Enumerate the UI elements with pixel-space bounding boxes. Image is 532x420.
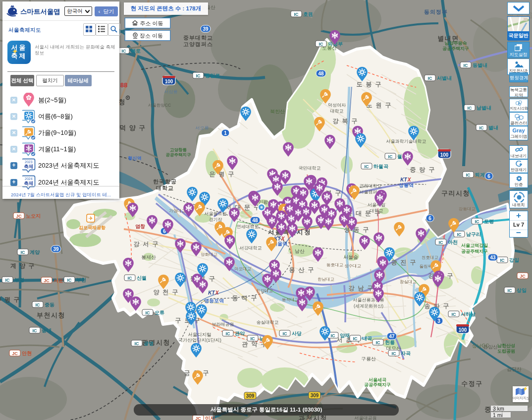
svg-text:IC: IC [464,63,469,68]
svg-text:IC: IC [479,125,484,130]
svg-text:47: 47 [389,334,395,339]
svg-text:JC: JC [44,278,50,283]
svg-text:서울디지털: 서울디지털 [188,332,212,337]
svg-text:상일: 상일 [517,288,527,293]
svg-text:덕성여자: 덕성여자 [328,103,346,108]
svg-text:강서구: 강서구 [134,240,162,247]
svg-text:공공주택지구: 공공주택지구 [442,46,469,51]
svg-text:경기장: 경기장 [209,217,222,222]
svg-text:영등포역: 영등포역 [204,298,224,303]
svg-text:성동구: 성동구 [344,226,372,233]
svg-text:한남대교: 한남대교 [318,277,334,282]
svg-text:100: 100 [459,327,467,333]
svg-text:IC: IC [36,302,41,307]
svg-text:김포국제공항: 김포국제공항 [79,225,106,230]
svg-text:✈: ✈ [88,215,93,221]
svg-text:동의정부: 동의정부 [424,9,448,15]
svg-text:IC: IC [508,288,513,293]
svg-text:한강대교: 한강대교 [256,288,273,293]
svg-text:경희대학교: 경희대학교 [360,183,382,188]
svg-text:88: 88 [120,81,127,89]
svg-text:IC: IC [128,276,133,281]
svg-text:남한산성: 남한산성 [497,343,515,348]
svg-text:IC: IC [457,232,462,237]
svg-text:43: 43 [490,255,496,260]
svg-text:1: 1 [224,130,227,136]
svg-text:대학교: 대학교 [330,109,344,114]
svg-text:309: 309 [246,393,255,399]
svg-text:6: 6 [487,174,490,179]
svg-text:48: 48 [252,218,258,223]
svg-text:광명: 광명 [144,341,154,346]
svg-text:내곡: 내곡 [362,336,372,341]
svg-text:성수대교: 성수대교 [344,263,361,268]
svg-text:부천시청: 부천시청 [37,311,65,319]
svg-text:동호대교: 동호대교 [326,262,343,267]
svg-text:IC: IC [439,240,444,245]
svg-text:IC: IC [500,258,505,263]
svg-text:IC: IC [376,340,381,345]
svg-text:39: 39 [53,246,59,252]
svg-text:구리시청: 구리시청 [441,189,470,197]
svg-text:서오릉: 서오릉 [196,125,209,130]
svg-text:48: 48 [318,71,324,76]
svg-text:강동대교: 강동대교 [459,206,476,211]
svg-text:서운: 서운 [53,278,63,283]
svg-text:IC: IC [319,42,324,47]
svg-text:JC: JC [16,214,22,219]
svg-text:고양캠퍼스: 고양캠퍼스 [183,41,213,47]
svg-text:X: X [281,236,285,241]
svg-text:송파구: 송파구 [425,302,453,309]
svg-text:6: 6 [428,216,431,221]
svg-text:통일로: 통일로 [205,73,220,78]
svg-text:호원: 호원 [303,11,313,17]
svg-text:IC: IC [67,278,72,283]
svg-text:100: 100 [165,79,173,84]
svg-text:서삼릉: 서삼릉 [164,89,178,94]
svg-text:공공주택지구: 공공주택지구 [364,382,391,387]
svg-text:헌릉: 헌릉 [385,340,395,345]
svg-text:서울세곡: 서울세곡 [368,377,386,382]
svg-text:염창: 염창 [135,224,145,229]
svg-text:IC: IC [196,73,201,78]
svg-text:오류: 오류 [155,310,164,315]
svg-text:JC: JC [195,416,201,420]
svg-text:북한산: 북한산 [270,109,285,114]
svg-text:하월곡: 하월곡 [373,164,388,169]
svg-text:대학교: 대학교 [156,185,174,191]
svg-text:이지: 이지 [205,416,215,420]
svg-text:잠실대교: 잠실대교 [400,279,417,284]
svg-text:수정구: 수정구 [461,380,483,387]
svg-text:양화대교: 양화대교 [201,252,217,257]
svg-text:2023: 2023 [25,160,33,164]
svg-text:중랑구: 중랑구 [410,166,438,173]
svg-text:천호대교: 천호대교 [422,255,438,260]
svg-text:100: 100 [440,152,449,158]
svg-text:서울한양CC: 서울한양CC [148,103,171,108]
svg-text:가양대교: 가양대교 [169,208,186,213]
svg-text:신월: 신월 [137,275,147,281]
svg-text:보라매공원: 보라매공원 [212,322,234,327]
svg-text:공공주택지구: 공공주택지구 [461,249,488,254]
svg-text:도봉구: 도봉구 [357,81,385,88]
svg-text:검단산: 검단산 [507,366,522,372]
svg-text:3: 3 [437,318,440,324]
svg-text:(세계문화유산): (세계문화유산) [354,303,383,308]
svg-text:서울과학기술대학교: 서울과학기술대학교 [386,139,426,144]
svg-text:별내: 별내 [488,125,498,130]
svg-text:KT: KT [400,177,407,182]
svg-text:IC: IC [146,310,151,315]
svg-text:덕 양 구: 덕 양 구 [119,124,146,131]
svg-text:IC: IC [353,336,358,341]
svg-text:IC: IC [135,341,140,346]
svg-text:KT: KT [208,290,215,296]
svg-text:강북구: 강북구 [333,118,361,124]
svg-text:강일: 강일 [509,257,519,263]
svg-text:연세대학교: 연세대학교 [237,224,259,229]
svg-text:아천: 아천 [448,240,458,245]
svg-text:토평: 토평 [484,219,494,224]
svg-text:동작구: 동작구 [232,295,261,301]
svg-text:IC: IC [33,328,38,333]
svg-text:남구리: 남구리 [466,232,481,237]
svg-text:2024: 2024 [25,177,33,180]
